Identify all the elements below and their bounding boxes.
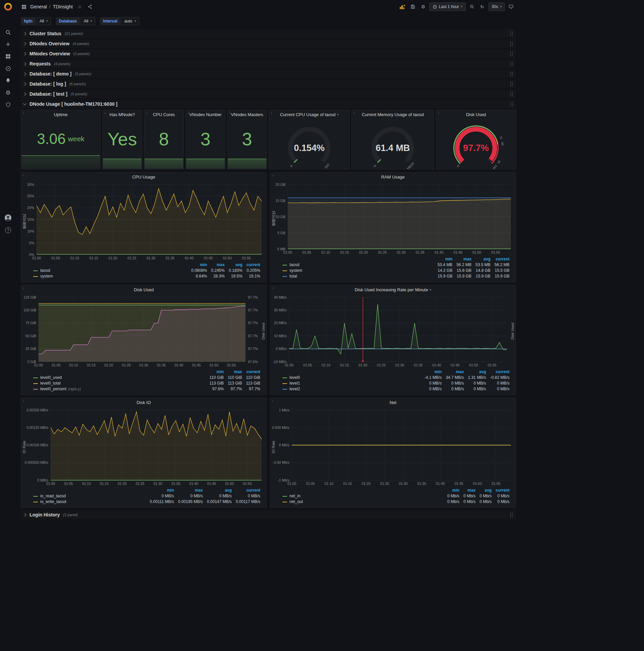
breadcrumb[interactable]: General / TDinsight bbox=[30, 4, 73, 9]
search-icon[interactable] bbox=[0, 26, 16, 38]
legend-column-avg[interactable]: avg bbox=[478, 488, 494, 493]
row-dnodes-overview[interactable]: DNodes Overview (4 panels) bbox=[21, 39, 516, 48]
dashboard-settings-gear-icon[interactable]: ⚙ bbox=[419, 2, 428, 11]
legend-series-taosd[interactable]: taosd bbox=[281, 262, 436, 268]
legend-series-net-out[interactable]: net_out bbox=[281, 499, 445, 505]
breadcrumb-folder[interactable]: General bbox=[30, 4, 47, 9]
drag-handle-icon[interactable] bbox=[510, 31, 513, 36]
legend-series-system[interactable]: system bbox=[31, 274, 189, 279]
legend-series-net-in[interactable]: net_in bbox=[281, 493, 445, 499]
drag-handle-icon[interactable] bbox=[510, 61, 513, 66]
panel-title[interactable]: RAM Usage bbox=[381, 175, 405, 180]
legend-column-max[interactable]: max bbox=[209, 262, 227, 268]
legend-column-avg[interactable]: avg bbox=[474, 256, 493, 262]
star-icon[interactable]: ☆ bbox=[75, 2, 84, 11]
legend-series-system[interactable]: system bbox=[281, 268, 436, 274]
drag-handle-icon[interactable] bbox=[510, 82, 513, 87]
legend-column-avg[interactable]: avg bbox=[227, 262, 245, 268]
legend-column-current[interactable]: current bbox=[492, 256, 512, 262]
panel-header[interactable]: i VNodes Masters bbox=[227, 110, 267, 119]
legend-column-avg[interactable]: avg bbox=[205, 488, 234, 493]
panel-title[interactable]: Net bbox=[389, 400, 396, 405]
panel-header[interactable]: i Current CPU Usage of taosd ▾ bbox=[269, 110, 350, 119]
drag-handle-icon[interactable] bbox=[510, 92, 513, 97]
drag-handle-icon[interactable] bbox=[510, 102, 513, 107]
explore-compass-icon[interactable] bbox=[0, 62, 16, 74]
legend-column-min[interactable]: min bbox=[189, 262, 209, 268]
drag-handle-icon[interactable] bbox=[510, 71, 513, 76]
panel-title[interactable]: Current Memory Usage of taosd bbox=[362, 112, 424, 117]
grafana-logo[interactable] bbox=[0, 0, 16, 13]
panel-title[interactable]: VNodes Masters bbox=[231, 112, 263, 117]
legend-column-max[interactable]: max bbox=[176, 488, 205, 493]
row-dnode-usage-huolinhe-tm1701-6030[interactable]: DNode Usage [ huolinhe-TM1701:6030 ] bbox=[21, 100, 516, 108]
drag-handle-icon[interactable] bbox=[510, 41, 513, 46]
row-requests[interactable]: Requests (4 panels) bbox=[21, 59, 516, 68]
legend-column-min[interactable]: min bbox=[423, 369, 444, 375]
configuration-gear-icon[interactable]: ⚙ bbox=[0, 87, 16, 99]
panel-header[interactable]: i VNodes Number bbox=[186, 110, 225, 119]
legend-column-max[interactable]: max bbox=[226, 369, 244, 375]
legend-column-current[interactable]: current bbox=[244, 369, 262, 375]
panel-header[interactable]: i CPU Usage bbox=[21, 173, 266, 181]
panel-title[interactable]: CPU Usage bbox=[132, 175, 155, 180]
refresh-icon[interactable]: ↻ bbox=[478, 2, 487, 11]
panel-title[interactable]: Current CPU Usage of taosd bbox=[280, 112, 335, 117]
legend-series-level0[interactable]: level0 bbox=[281, 375, 423, 380]
panel-title[interactable]: Disk Used bbox=[134, 287, 154, 292]
row-login-history[interactable]: Login History (1 panel) bbox=[21, 510, 516, 519]
variable-value-dropdown[interactable]: All ▾ bbox=[36, 17, 51, 25]
breadcrumb-dashboard[interactable]: TDinsight bbox=[53, 4, 73, 9]
variable-value-dropdown[interactable]: All ▾ bbox=[80, 17, 95, 25]
panel-header[interactable]: i Net bbox=[270, 398, 516, 407]
row-cluster-status[interactable]: Cluster Status (21 panels) bbox=[21, 29, 516, 38]
panel-header[interactable]: i Has MNode? bbox=[103, 110, 142, 119]
legend-series-level0-total[interactable]: level0_total bbox=[31, 380, 207, 386]
panel-title[interactable]: Disk Used bbox=[466, 112, 486, 117]
legend-series-level1[interactable]: level1 bbox=[281, 380, 423, 386]
apps-grid-icon[interactable] bbox=[20, 2, 28, 11]
server-admin-shield-icon[interactable] bbox=[0, 99, 16, 111]
panel-title[interactable]: CPU Cores bbox=[153, 112, 175, 117]
variable-value-dropdown[interactable]: auto ▾ bbox=[121, 17, 139, 25]
panel-header[interactable]: i Disk Used bbox=[436, 110, 516, 119]
create-icon[interactable] bbox=[0, 38, 16, 50]
legend-series-level0-percent[interactable]: level0_percent(right-y) bbox=[31, 386, 207, 392]
panel-header[interactable]: i Disk Used bbox=[21, 285, 266, 294]
legend-series-level0-used[interactable]: level0_used bbox=[31, 375, 207, 380]
row-database-test[interactable]: Database: [ test ] (5 panels) bbox=[21, 90, 516, 98]
legend-column-current[interactable]: current bbox=[245, 262, 262, 268]
drag-handle-icon[interactable] bbox=[510, 513, 513, 518]
legend-series-taosd[interactable]: taosd bbox=[31, 268, 189, 274]
row-database-log[interactable]: Database: [ log ] (5 panels) bbox=[21, 80, 516, 88]
time-range-picker[interactable]: Last 1 hour ▾ bbox=[429, 2, 466, 11]
legend-column-avg[interactable]: avg bbox=[466, 369, 488, 375]
panel-header[interactable]: i Current Memory Usage of taosd bbox=[352, 110, 434, 119]
legend-series-io-write-taosd[interactable]: io_write_taosd bbox=[31, 499, 148, 505]
legend-column-min[interactable]: min bbox=[436, 256, 454, 262]
help-icon[interactable]: ? bbox=[5, 227, 11, 233]
legend-column-max[interactable]: max bbox=[444, 369, 466, 375]
panel-title[interactable]: Uptime bbox=[54, 112, 67, 117]
panel-header[interactable]: i Uptime bbox=[21, 110, 100, 119]
panel-header[interactable]: i Disk Used Increasing Rate per Minute ▾ bbox=[270, 285, 516, 294]
legend-column-current[interactable]: current bbox=[488, 369, 512, 375]
drag-handle-icon[interactable] bbox=[510, 51, 513, 56]
panel-title[interactable]: VNodes Number bbox=[189, 112, 221, 117]
panel-title[interactable]: Disk Used Increasing Rate per Minute bbox=[355, 287, 428, 292]
legend-column-max[interactable]: max bbox=[461, 488, 478, 493]
legend-column-min[interactable]: min bbox=[207, 369, 226, 375]
legend-column-current[interactable]: current bbox=[494, 488, 512, 493]
panel-header[interactable]: i RAM Usage bbox=[270, 173, 516, 181]
legend-series-io-read-taosd[interactable]: io_read_taosd bbox=[31, 493, 148, 499]
legend-column-current[interactable]: current bbox=[234, 488, 262, 493]
row-database-demo[interactable]: Database: [ demo ] (5 panels) bbox=[21, 69, 516, 78]
panel-header[interactable]: i Disk IO bbox=[21, 398, 266, 407]
row-mnodes-overview[interactable]: MNodes Overview (2 panels) bbox=[21, 49, 516, 58]
legend-column-min[interactable]: min bbox=[148, 488, 176, 493]
panel-header[interactable]: i CPU Cores bbox=[144, 110, 184, 119]
legend-column-min[interactable]: min bbox=[445, 488, 461, 493]
dashboards-icon[interactable] bbox=[0, 50, 16, 62]
user-avatar[interactable] bbox=[4, 214, 12, 222]
legend-series-total[interactable]: total bbox=[281, 274, 436, 279]
